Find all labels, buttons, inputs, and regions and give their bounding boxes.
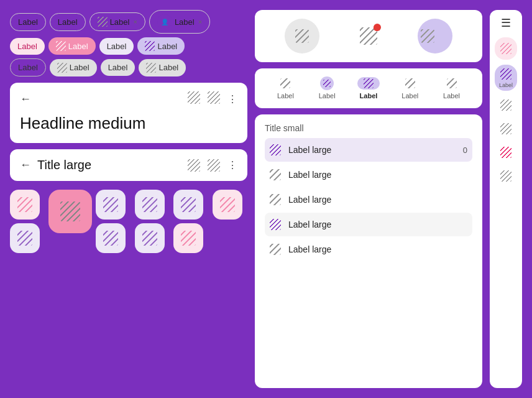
list-item[interactable]: Label large: [265, 238, 472, 261]
tab-icon: [364, 78, 374, 88]
fab-button[interactable]: [213, 190, 242, 220]
chip-label: Label: [158, 63, 178, 72]
fab-icon: [17, 231, 32, 246]
chip[interactable]: Label: [101, 59, 135, 76]
fab-icon: [17, 197, 32, 212]
half-circle: [418, 19, 452, 53]
fab-button[interactable]: [135, 190, 165, 220]
close-icon[interactable]: ×: [198, 18, 202, 25]
hatch-icon: [145, 41, 155, 51]
list-item-icon: [270, 244, 281, 255]
title-large-bar: ← Title large ⋮: [10, 149, 247, 181]
center-panel: 1 Label: [255, 10, 482, 388]
chip[interactable]: Label: [10, 58, 46, 76]
tab-label: Label: [360, 92, 378, 100]
chip[interactable]: 👤 Label ×: [149, 10, 210, 34]
rail-fab[interactable]: [495, 37, 517, 60]
list-item[interactable]: Label large 0: [265, 138, 472, 162]
headline-card: ← ⋮ Headline medium: [10, 83, 247, 143]
top-icon-card: 1: [255, 10, 482, 62]
rail-item[interactable]: [495, 167, 517, 185]
list-item[interactable]: Label large: [265, 213, 472, 236]
fab-button[interactable]: [10, 190, 40, 220]
fab-button[interactable]: [135, 223, 165, 253]
top-bar: ← ⋮: [20, 91, 237, 106]
chip[interactable]: Label: [50, 59, 97, 76]
tab-icon-active-bg: [320, 76, 334, 90]
rail-icon: [500, 147, 511, 158]
fab-button[interactable]: [173, 190, 203, 220]
hatch-icon: [188, 91, 200, 106]
tab-item[interactable]: Label: [441, 77, 463, 100]
hatch-icon: [56, 41, 66, 51]
list-title: Title small: [265, 123, 472, 133]
chip[interactable]: Label: [10, 13, 46, 31]
tab-icon: [405, 78, 415, 88]
menu-icon-2: [208, 91, 220, 104]
hatch-icon: [421, 29, 434, 43]
icon-badge-wrapper: 1: [360, 27, 377, 45]
tab-item[interactable]: Label: [274, 77, 296, 100]
tab-icon-container: [399, 77, 421, 90]
rail-icon-wrapper: [499, 169, 513, 183]
rail-item-active[interactable]: Label: [495, 65, 517, 91]
rail-icon: [500, 123, 511, 134]
hatch-icon: [360, 27, 377, 45]
menu-icon[interactable]: ☰: [501, 16, 511, 30]
more-options-icon[interactable]: ⋮: [227, 93, 237, 105]
rail-icon-wrapper: [499, 146, 513, 159]
hatch-icon-2: [208, 91, 220, 106]
chip[interactable]: Label: [139, 59, 186, 76]
list-item-label: Label large: [288, 220, 467, 229]
tab-item[interactable]: Label: [399, 77, 421, 100]
fab-icon: [142, 197, 157, 212]
tab-label: Label: [277, 92, 294, 100]
fab-button[interactable]: [96, 223, 126, 253]
chip-label: Label: [17, 42, 37, 51]
list-item-label: Label large: [288, 145, 456, 155]
back-arrow-icon[interactable]: ←: [20, 159, 31, 172]
chip[interactable]: Label: [10, 38, 45, 55]
chip-row-1: Label Label Label × 👤 Label ×: [10, 10, 247, 34]
chip-rows: Label Label Label × 👤 Label ×: [10, 10, 247, 76]
rail-item[interactable]: [495, 96, 517, 114]
list-item-label: Label large: [288, 244, 467, 254]
tab-item[interactable]: Label: [357, 77, 380, 100]
fab-icon: [181, 231, 196, 246]
fab-button-large[interactable]: [48, 190, 92, 233]
close-icon[interactable]: ×: [133, 18, 137, 25]
chip[interactable]: Label: [48, 37, 96, 55]
tab-icon: [323, 80, 331, 87]
chip[interactable]: Label ×: [89, 12, 145, 31]
fab-button[interactable]: [173, 223, 203, 253]
chip-label: Label: [70, 63, 89, 72]
rail-item[interactable]: [495, 119, 517, 138]
chip-label: Label: [175, 17, 195, 27]
chip[interactable]: Label: [137, 37, 185, 55]
list-item-icon: [270, 144, 281, 155]
chip[interactable]: Label: [50, 13, 86, 31]
tab-items: Label Label Label: [265, 77, 472, 100]
more-options-icon[interactable]: ⋮: [227, 159, 237, 171]
list-item[interactable]: Label large: [265, 188, 472, 211]
menu-icon-2: [208, 159, 220, 172]
fab-icon: [103, 231, 118, 246]
fab-button[interactable]: [10, 223, 40, 253]
hatch-icon: [98, 17, 108, 27]
tab-icon: [447, 78, 457, 88]
back-arrow-icon[interactable]: ←: [20, 93, 31, 106]
rail-item[interactable]: [495, 143, 517, 162]
fab-icon: [60, 201, 80, 221]
rail-item-label: Label: [499, 82, 513, 88]
fab-button[interactable]: [96, 190, 126, 220]
chip[interactable]: Label: [99, 38, 134, 55]
chip-label: Label: [108, 63, 128, 72]
chip-label: Label: [58, 17, 78, 27]
fab-icon: [181, 197, 196, 212]
list-item[interactable]: Label large: [265, 163, 472, 187]
badge: 1: [374, 24, 381, 31]
menu-icon-1: [188, 91, 200, 104]
list-item-icon: [270, 169, 281, 180]
chip-label: Label: [18, 63, 38, 72]
tab-item[interactable]: Label: [316, 77, 338, 100]
